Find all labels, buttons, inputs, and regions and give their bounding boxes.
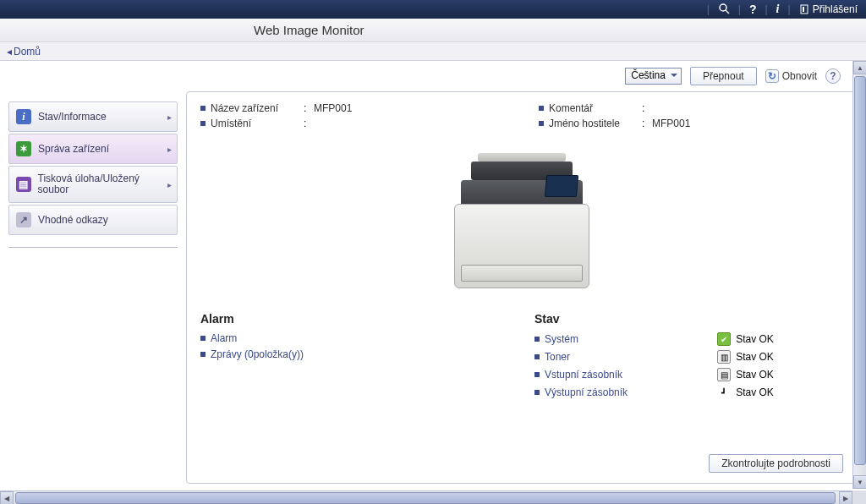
bullet-icon (200, 121, 206, 126)
chevron-right-icon: ▸ (167, 180, 172, 189)
chevron-right-icon: ▸ (167, 112, 172, 122)
sidebar-item-label: Vhodné odkazy (38, 214, 108, 226)
bullet-icon (200, 352, 206, 357)
info-row-location: Umístění : (200, 118, 505, 129)
bullet-icon (534, 354, 540, 359)
separator: | (707, 3, 710, 15)
bullet-icon (534, 390, 540, 395)
output-tray-icon: ┛ (717, 386, 731, 399)
separator: | (788, 3, 791, 15)
sidebar: i Stav/Informace ▸ ✶ Správa zařízení ▸ ▤… (8, 91, 178, 504)
status-input-tray-value: Stav OK (736, 369, 774, 381)
scroll-left-icon[interactable]: ◀ (0, 491, 14, 504)
sidebar-item-status[interactable]: i Stav/Informace ▸ (8, 101, 178, 132)
device-name-value: MFP001 (314, 102, 352, 114)
sidebar-item-links[interactable]: ↗ Vhodné odkazy (8, 205, 178, 235)
alarm-link-row: Alarm (200, 332, 509, 344)
document-icon: ▤ (16, 177, 31, 192)
breadcrumb: ◂ Domů (0, 42, 866, 61)
alarm-heading: Alarm (200, 312, 509, 326)
content-panel: Název zařízení : MFP001 Umístění : Komen… (186, 91, 858, 484)
device-info: Název zařízení : MFP001 Umístění : Komen… (200, 102, 843, 133)
gear-icon: ✶ (16, 141, 31, 156)
toner-icon: ▥ (717, 350, 731, 364)
app-title: Web Image Monitor (254, 23, 364, 37)
separator: | (738, 3, 741, 15)
alarm-section: Alarm Alarm Zprávy (0položka(y)) (200, 312, 509, 399)
hostname-value: MFP001 (652, 118, 690, 129)
device-name-label: Název zařízení (211, 102, 304, 114)
refresh-label: Obnovit (782, 70, 817, 82)
link-icon: ↗ (16, 212, 31, 227)
comment-label: Komentář (549, 102, 642, 114)
horizontal-scrollbar[interactable]: ◀ ▶ (0, 490, 852, 504)
location-label: Umístění (211, 118, 304, 129)
bullet-icon (534, 337, 540, 342)
sidebar-item-label: Stav/Informace (38, 111, 107, 123)
status-ok-icon: ✔ (717, 332, 731, 346)
input-tray-icon: ▤ (717, 368, 731, 381)
status-input-tray-link[interactable]: Vstupní zásobník (545, 369, 622, 381)
status-toner-value: Stav OK (736, 351, 774, 363)
sidebar-item-device-mgmt[interactable]: ✶ Správa zařízení ▸ (8, 134, 178, 164)
device-image (200, 145, 843, 297)
language-select[interactable]: Čeština (625, 68, 682, 85)
refresh-icon: ↻ (765, 69, 779, 83)
messages-link[interactable]: Zprávy (0položka(y)) (211, 348, 304, 360)
bullet-icon (200, 336, 206, 341)
info-row-device-name: Název zařízení : MFP001 (200, 102, 505, 114)
alarm-link[interactable]: Alarm (211, 332, 237, 344)
chevron-right-icon: ▸ (167, 145, 172, 154)
top-bar: | | ? | i | Přihlášení (0, 0, 866, 19)
language-value: Čeština (631, 69, 666, 81)
info-row-comment: Komentář : (539, 102, 843, 114)
svg-line-1 (726, 10, 729, 14)
divider (8, 247, 178, 248)
bullet-icon (539, 106, 544, 111)
check-details-button[interactable]: Zkontrolujte podrobnosti (709, 454, 843, 473)
sidebar-item-label: Správa zařízení (38, 143, 109, 155)
scroll-down-icon[interactable]: ▼ (853, 475, 866, 489)
toolbar: Čeština Přepnout ↻ Obnovit ? (0, 61, 866, 91)
switch-button[interactable]: Přepnout (690, 67, 757, 85)
refresh-button[interactable]: ↻ Obnovit (765, 69, 817, 83)
scrollbar-thumb[interactable] (15, 492, 836, 504)
info-row-hostname: Jméno hostitele : MFP001 (539, 118, 843, 129)
chevron-left-icon: ◂ (7, 46, 12, 58)
bullet-icon (534, 372, 540, 377)
alarm-link-row: Zprávy (0položka(y)) (200, 348, 509, 360)
status-toner-link[interactable]: Toner (545, 351, 570, 363)
status-system-value: Stav OK (736, 333, 774, 345)
bullet-icon (200, 106, 206, 111)
help-icon[interactable]: ? (746, 1, 760, 18)
title-bar: Web Image Monitor (0, 19, 866, 42)
bullet-icon (539, 121, 544, 126)
info-icon[interactable]: i (773, 1, 783, 18)
info-icon: i (16, 109, 31, 124)
login-label: Přihlášení (813, 3, 858, 15)
svg-rect-3 (803, 7, 804, 12)
hostname-label: Jméno hostitele (549, 118, 642, 129)
scrollbar-corner (852, 490, 866, 504)
status-output-tray-value: Stav OK (736, 386, 774, 398)
breadcrumb-home[interactable]: Domů (14, 46, 41, 58)
help-button[interactable]: ? (825, 68, 841, 84)
svg-point-0 (720, 4, 726, 11)
status-output-tray-link[interactable]: Výstupní zásobník (545, 386, 628, 398)
search-icon[interactable] (715, 1, 733, 19)
status-system-link[interactable]: Systém (545, 333, 578, 345)
login-icon (799, 4, 809, 14)
scroll-right-icon[interactable]: ▶ (839, 491, 852, 504)
login-link[interactable]: Přihlášení (796, 3, 861, 15)
sidebar-item-print-job[interactable]: ▤ Tisková úloha/Uložený soubor ▸ (8, 166, 178, 203)
scroll-up-icon[interactable]: ▲ (853, 61, 866, 74)
sidebar-item-label: Tisková úloha/Uložený soubor (38, 173, 170, 195)
scrollbar-thumb[interactable] (854, 76, 866, 465)
status-section: Stav Systém ✔Stav OK Toner ▥Stav OK Vstu… (534, 312, 843, 399)
status-heading: Stav (534, 312, 843, 326)
separator: | (765, 3, 767, 15)
vertical-scrollbar[interactable]: ▲ ▼ (852, 61, 866, 489)
